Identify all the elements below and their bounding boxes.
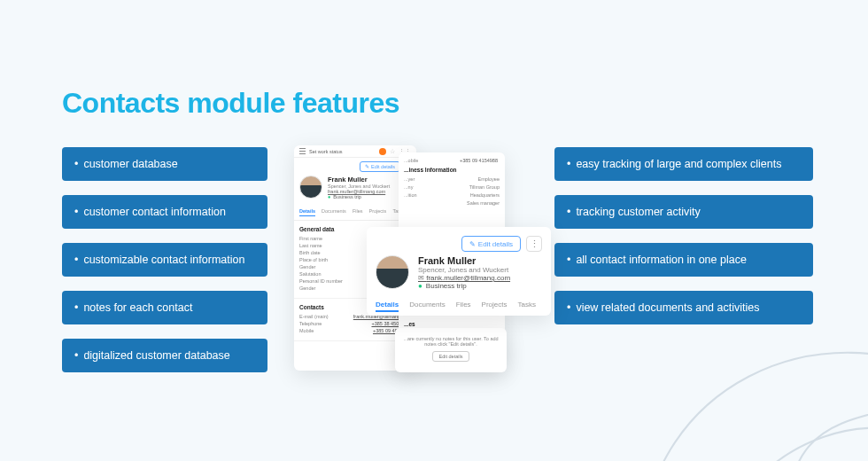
feature-list-right: easy tracking of large and complex clien… xyxy=(554,147,813,324)
feature-pill: customer database xyxy=(62,147,267,181)
contact-company: Spencer, Jones and Wuckert xyxy=(418,266,510,274)
status-badge: Business trip xyxy=(328,194,390,199)
field-label: Salutation xyxy=(299,271,321,277)
field-label: ...ition xyxy=(404,192,417,198)
work-status-label[interactable]: Set work status xyxy=(309,149,376,154)
status-badge: Business trip xyxy=(418,282,510,290)
tab-tasks[interactable]: Tasks xyxy=(518,301,536,312)
tab-details[interactable]: Details xyxy=(299,208,315,216)
contact-email[interactable]: frank.muller@tillmang.com xyxy=(418,274,510,282)
tab-projects[interactable]: Projects xyxy=(482,301,508,312)
feature-pill: all contact information in one place xyxy=(554,243,813,277)
feature-pill: notes for each contact xyxy=(62,291,267,324)
avatar xyxy=(299,176,322,199)
feature-list-left: customer database customer contact infor… xyxy=(62,147,267,372)
field-value: Tillman Group xyxy=(469,184,500,190)
feature-pill: customer contact information xyxy=(62,195,267,229)
feature-pill: easy tracking of large and complex clien… xyxy=(554,147,813,181)
contact-card-large: ✎Edit details ⋮ Frank Muller Spencer, Jo… xyxy=(367,227,551,316)
pencil-icon: ✎ xyxy=(469,240,476,248)
field-label: Birth date xyxy=(299,250,321,255)
field-label: ...obile xyxy=(404,158,418,163)
field-value: Sales manager xyxy=(467,200,500,206)
avatar xyxy=(376,255,409,289)
field-label: Mobile xyxy=(299,328,314,333)
field-value: Headquarters xyxy=(470,192,500,198)
feature-pill: view related documents and activities xyxy=(554,291,813,324)
edit-details-button[interactable]: ✎Edit details xyxy=(461,236,521,252)
field-label: Personal ID number xyxy=(299,278,343,284)
phone-value: +385 09 4154988 xyxy=(460,158,498,163)
page-title: Contacts module features xyxy=(62,87,399,120)
tab-documents[interactable]: Documents xyxy=(322,208,346,216)
field-label: First name xyxy=(299,236,322,241)
empty-state-text: ...are currently no notes for this user.… xyxy=(400,336,501,347)
edit-details-button[interactable]: Edit details xyxy=(432,351,470,362)
field-value: Employee xyxy=(478,176,500,182)
contact-name: Frank Muller xyxy=(328,176,390,184)
edit-details-button[interactable]: ✎Edit details xyxy=(360,161,400,172)
field-label: Last name xyxy=(299,243,322,248)
notes-empty-state: ...are currently no notes for this user.… xyxy=(395,328,507,372)
tab-projects[interactable]: Projects xyxy=(369,208,387,216)
contact-name: Frank Muller xyxy=(418,255,510,266)
tab-details[interactable]: Details xyxy=(376,301,399,312)
notification-dot-icon[interactable] xyxy=(379,148,386,155)
section-heading: ...iness Information xyxy=(404,167,500,173)
star-icon[interactable]: ☆ xyxy=(390,148,395,155)
field-label: Place of birth xyxy=(299,257,328,262)
pencil-icon: ✎ xyxy=(365,164,369,169)
field-label: ...ny xyxy=(404,184,413,190)
field-label: E-mail (main) xyxy=(299,314,329,319)
section-heading: ...es xyxy=(404,321,500,327)
tab-documents[interactable]: Documents xyxy=(409,301,445,312)
field-label: Gender xyxy=(299,264,315,270)
field-label: ...yer xyxy=(404,176,415,182)
tab-files[interactable]: Files xyxy=(353,208,363,216)
menu-icon[interactable] xyxy=(299,148,306,154)
tab-files[interactable]: Files xyxy=(456,301,471,312)
feature-pill: customizable contact information xyxy=(62,243,267,277)
feature-pill: tracking customer activity xyxy=(554,195,813,229)
field-label: Gender xyxy=(299,285,315,291)
field-label: Telephone xyxy=(299,321,322,326)
feature-pill: digitalized customer database xyxy=(62,339,267,372)
more-menu-button[interactable]: ⋮ xyxy=(526,236,542,252)
